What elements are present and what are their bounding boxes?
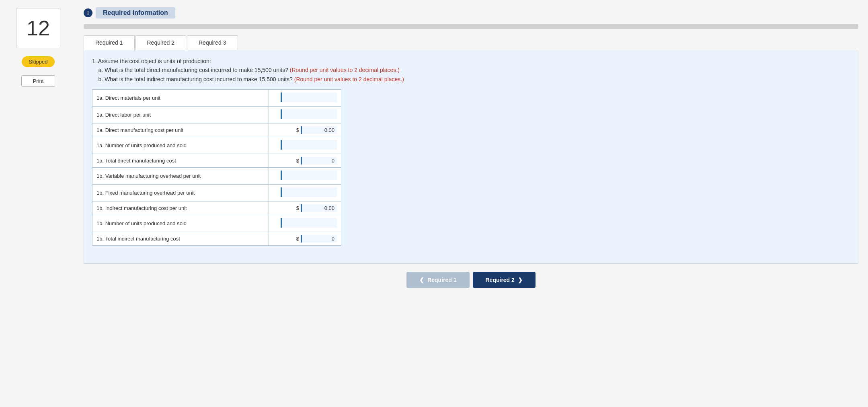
value-input[interactable] xyxy=(301,157,337,164)
question-number: 12 xyxy=(16,8,60,48)
row-label: 1b. Fixed manufacturing overhead per uni… xyxy=(92,185,269,201)
next-chevron-icon: ❯ xyxy=(518,277,523,283)
row-value[interactable]: $ xyxy=(269,201,341,215)
row-value[interactable] xyxy=(269,107,341,123)
table-row: 1a. Total direct manufacturing cost$ xyxy=(92,154,341,168)
row-label: 1b. Variable manufacturing overhead per … xyxy=(92,168,269,185)
content-area: 1. Assume the cost object is units of pr… xyxy=(84,50,858,264)
table-row: 1a. Number of units produced and sold xyxy=(92,137,341,154)
required-info-header: ! Required information xyxy=(84,7,858,18)
table-row: 1b. Total indirect manufacturing cost$ xyxy=(92,232,341,246)
row-value[interactable] xyxy=(269,137,341,154)
prev-chevron-icon: ❮ xyxy=(419,277,424,283)
table-row: 1b. Number of units produced and sold xyxy=(92,215,341,232)
next-button[interactable]: Required 2 ❯ xyxy=(473,272,536,288)
progress-bar xyxy=(84,24,858,29)
table-row: 1b. Indirect manufacturing cost per unit… xyxy=(92,201,341,215)
row-label: 1a. Number of units produced and sold xyxy=(92,137,269,154)
row-value[interactable] xyxy=(269,168,341,185)
prev-button-label: Required 1 xyxy=(427,277,456,283)
row-label: 1b. Total indirect manufacturing cost xyxy=(92,232,269,246)
table-row: 1b. Variable manufacturing overhead per … xyxy=(92,168,341,185)
row-value[interactable]: $ xyxy=(269,232,341,246)
table-row: 1b. Fixed manufacturing overhead per uni… xyxy=(92,185,341,201)
tab-required3[interactable]: Required 3 xyxy=(187,35,238,50)
row-value[interactable] xyxy=(269,215,341,232)
row-label: 1a. Direct materials per unit xyxy=(92,90,269,107)
table-row: 1a. Direct manufacturing cost per unit$ xyxy=(92,123,341,137)
exclamation-icon: ! xyxy=(84,8,92,17)
dollar-sign: $ xyxy=(296,205,299,211)
tab-required1[interactable]: Required 1 xyxy=(84,35,135,50)
skipped-badge: Skipped xyxy=(22,56,55,67)
row-label: 1b. Number of units produced and sold xyxy=(92,215,269,232)
row-label: 1a. Direct labor per unit xyxy=(92,107,269,123)
row-value[interactable]: $ xyxy=(269,123,341,137)
value-input[interactable] xyxy=(301,126,337,134)
nav-buttons: ❮ Required 1 Required 2 ❯ xyxy=(84,272,858,288)
table-row: 1a. Direct labor per unit xyxy=(92,107,341,123)
tabs-row: Required 1 Required 2 Required 3 xyxy=(84,35,858,50)
print-button[interactable]: Print xyxy=(21,75,55,87)
next-button-label: Required 2 xyxy=(486,277,515,283)
cost-table: 1a. Direct materials per unit1a. Direct … xyxy=(92,89,341,246)
row-value[interactable] xyxy=(269,185,341,201)
dollar-sign: $ xyxy=(296,236,299,242)
question-text: 1. Assume the cost object is units of pr… xyxy=(92,57,850,84)
row-label: 1a. Total direct manufacturing cost xyxy=(92,154,269,168)
prev-button[interactable]: ❮ Required 1 xyxy=(406,272,469,288)
value-input[interactable] xyxy=(301,235,337,243)
table-row: 1a. Direct materials per unit xyxy=(92,90,341,107)
row-label: 1b. Indirect manufacturing cost per unit xyxy=(92,201,269,215)
required-info-badge: Required information xyxy=(96,7,175,18)
row-value[interactable]: $ xyxy=(269,154,341,168)
dollar-sign: $ xyxy=(296,158,299,164)
row-label: 1a. Direct manufacturing cost per unit xyxy=(92,123,269,137)
row-value[interactable] xyxy=(269,90,341,107)
value-input[interactable] xyxy=(301,204,337,212)
dollar-sign: $ xyxy=(296,127,299,133)
tab-required2[interactable]: Required 2 xyxy=(135,35,187,50)
